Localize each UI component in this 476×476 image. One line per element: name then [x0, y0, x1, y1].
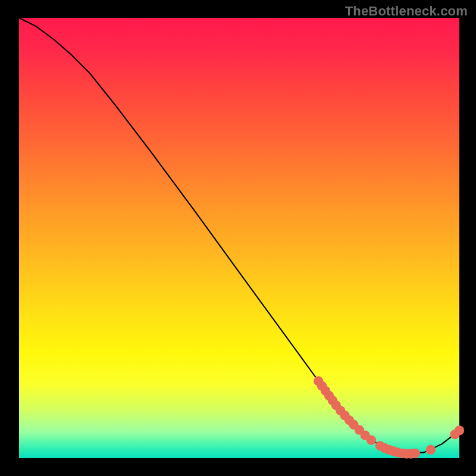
chart-svg [19, 18, 459, 458]
data-point [426, 445, 436, 455]
watermark-text: TheBottleneck.com [345, 4, 468, 19]
chart-points [314, 376, 464, 458]
data-point [411, 449, 420, 458]
data-point [455, 425, 464, 435]
chart-curve [19, 18, 459, 454]
data-point [367, 436, 376, 445]
